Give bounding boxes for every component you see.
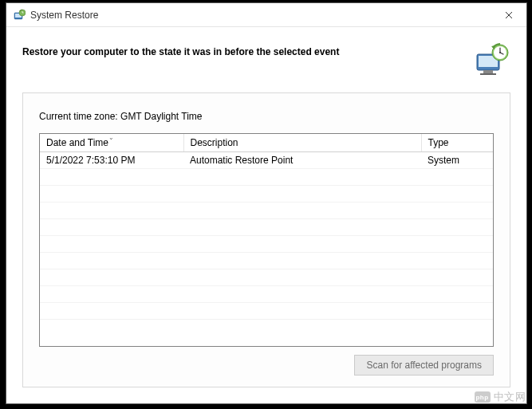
svg-rect-6 <box>483 70 493 73</box>
column-label: Description <box>191 137 238 148</box>
close-icon <box>505 11 513 19</box>
table-row <box>40 252 493 269</box>
svg-rect-7 <box>480 73 496 75</box>
column-label: Type <box>428 137 449 148</box>
table-row <box>40 302 493 319</box>
timezone-label: Current time zone: GMT Daylight Time <box>39 111 494 122</box>
table-row <box>40 269 493 285</box>
footer-actions: Scan for affected programs <box>39 355 494 376</box>
table-row <box>40 285 493 302</box>
cell-datetime: 5/1/2022 7:53:10 PM <box>40 151 183 168</box>
cell-description: Automatic Restore Point <box>183 151 421 168</box>
cell-type: System <box>421 151 493 168</box>
header-section: Restore your computer to the state it wa… <box>6 27 526 85</box>
restore-large-icon <box>474 43 510 77</box>
table-row <box>40 168 493 185</box>
window-title: System Restore <box>30 10 491 21</box>
system-restore-window: System Restore Restore your computer to … <box>6 2 527 404</box>
table-row[interactable]: 5/1/2022 7:53:10 PM Automatic Restore Po… <box>40 151 493 168</box>
svg-point-10 <box>499 52 501 53</box>
table-row <box>40 218 493 235</box>
content-panel: Current time zone: GMT Daylight Time Dat… <box>22 92 510 387</box>
titlebar: System Restore <box>6 3 526 27</box>
column-header-datetime[interactable]: Date and Time ⌄ <box>40 134 183 151</box>
column-label: Date and Time <box>46 137 108 148</box>
page-heading: Restore your computer to the state it wa… <box>22 46 339 57</box>
watermark: php 中文网 <box>475 390 526 404</box>
table-row <box>40 185 493 202</box>
watermark-text: 中文网 <box>494 390 526 404</box>
scan-affected-button[interactable]: Scan for affected programs <box>354 355 494 376</box>
column-header-description[interactable]: Description <box>183 134 421 151</box>
php-logo-icon: php <box>475 391 491 403</box>
table-row <box>40 202 493 218</box>
close-button[interactable] <box>491 3 526 26</box>
table-header-row: Date and Time ⌄ Description Type <box>40 134 493 151</box>
restore-points-table: Date and Time ⌄ Description Type 5/1/202… <box>39 133 494 347</box>
table-row <box>40 235 493 252</box>
column-header-type[interactable]: Type <box>421 134 493 151</box>
system-restore-icon <box>13 9 26 22</box>
sort-descending-icon: ⌄ <box>108 134 114 141</box>
